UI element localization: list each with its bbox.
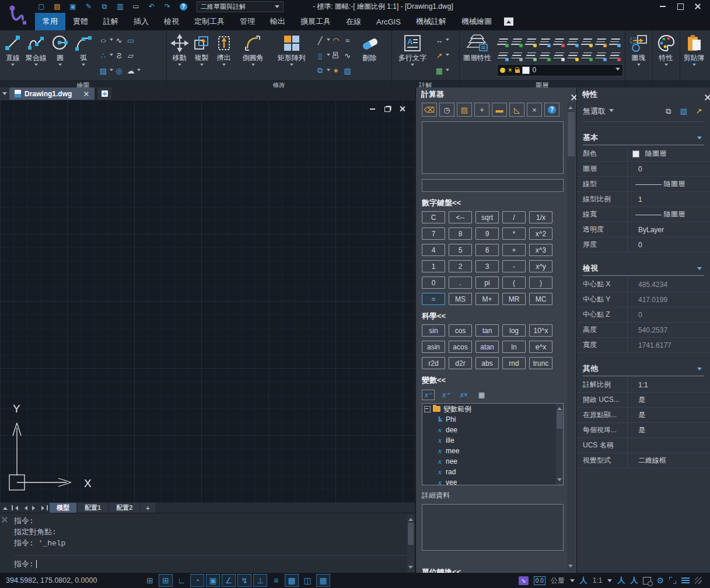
new-file-tab-button[interactable]: [97, 88, 111, 100]
boundary-icon[interactable]: ▱: [125, 50, 137, 61]
scientific-key[interactable]: sin: [422, 324, 445, 337]
scientific-key[interactable]: acos: [449, 341, 472, 353]
plot-copy-icon[interactable]: ⧉: [99, 2, 110, 11]
save-icon[interactable]: ▣: [68, 2, 78, 11]
erase-button[interactable]: 刪除: [358, 32, 382, 79]
scroll-up-icon[interactable]: [408, 516, 413, 521]
layer-tool-icon[interactable]: [524, 35, 538, 49]
property-value[interactable]: 0: [627, 162, 710, 176]
calculator-key[interactable]: -: [502, 260, 526, 272]
edit-polyline-icon[interactable]: ◠: [330, 34, 342, 46]
chevron-down-icon[interactable]: [607, 579, 612, 584]
toggle-pickadd-button[interactable]: ↗: [692, 106, 705, 117]
scroll-up-icon[interactable]: [568, 104, 573, 109]
redo-icon[interactable]: ↷: [162, 2, 173, 11]
tree-scrollbar[interactable]: [556, 404, 563, 485]
gradient-icon[interactable]: ▧: [342, 65, 354, 76]
ribbon-tab[interactable]: 機械註解: [408, 13, 454, 30]
layout-tab[interactable]: 配置2: [109, 503, 139, 513]
arc-button[interactable]: 弧: [72, 32, 95, 79]
layer-selector[interactable]: ☀ 0: [497, 64, 623, 76]
property-value[interactable]: ————隨圖層: [627, 207, 710, 222]
circle-button[interactable]: 圓: [48, 32, 72, 79]
scientific-key[interactable]: trunc: [529, 357, 552, 369]
calculator-key[interactable]: MR: [502, 293, 526, 305]
calculator-key[interactable]: 7: [422, 228, 445, 240]
layer-tool-icon[interactable]: [566, 49, 580, 63]
dropdown-arrow-icon[interactable]: [290, 64, 293, 68]
numpad-section-title[interactable]: 數字鍵盤<<: [422, 198, 564, 208]
history-icon[interactable]: ◷: [439, 103, 454, 117]
save-as-icon[interactable]: ✎: [83, 2, 94, 11]
calculator-key[interactable]: 5: [449, 244, 472, 256]
calculator-key[interactable]: ): [529, 276, 552, 289]
file-tab[interactable]: Drawing1.dwg: [9, 88, 95, 100]
fullscreen-icon[interactable]: [669, 577, 676, 584]
layer-tool-icon[interactable]: [594, 49, 608, 63]
ribbon-tab[interactable]: 機械繪圖: [454, 13, 499, 30]
calculator-history-box[interactable]: [422, 121, 564, 174]
dropdown-arrow-icon[interactable]: [222, 64, 226, 68]
property-value[interactable]: 1741.6177: [627, 338, 710, 352]
scientific-key[interactable]: r2d: [422, 357, 445, 369]
property-value[interactable]: ————隨圖層: [627, 177, 710, 191]
dropdown-arrow-icon[interactable]: [664, 64, 668, 68]
layout-tab[interactable]: 模型: [50, 503, 76, 513]
layout-tab[interactable]: 配置1: [78, 503, 108, 513]
command-input[interactable]: 指令:: [14, 559, 37, 569]
status-menu-icon[interactable]: [681, 578, 690, 583]
property-value[interactable]: ByLayer: [627, 222, 710, 237]
lineweight-toggle[interactable]: ≡: [269, 574, 283, 587]
edit-spline-icon[interactable]: ∿: [342, 50, 354, 61]
point-icon[interactable]: ∴: [97, 50, 109, 61]
dropdown-arrow-icon[interactable]: [446, 69, 449, 73]
ribbon-tab[interactable]: 輸出: [263, 13, 293, 30]
command-window[interactable]: 指令:指定對角點:指令: '_help 指令:: [0, 513, 415, 573]
stretch-button[interactable]: 擠出: [213, 32, 235, 79]
dynamic-ucs-toggle[interactable]: ⊥: [253, 574, 267, 587]
dropdown-arrow-icon[interactable]: [34, 64, 38, 68]
grid-display-toggle[interactable]: ⊞: [143, 574, 157, 587]
help-icon[interactable]: ?: [178, 2, 188, 11]
calculator-key[interactable]: +: [502, 244, 526, 256]
dropdown-arrow-icon[interactable]: [411, 64, 414, 68]
annotation-visibility-icon[interactable]: 人: [617, 575, 625, 586]
calculator-key[interactable]: M+: [475, 293, 499, 305]
new-variable-icon[interactable]: x⁺: [422, 390, 435, 400]
scientific-key[interactable]: cos: [449, 324, 472, 337]
variable-item[interactable]: x dee: [422, 425, 555, 435]
edit-variable-icon[interactable]: x⁺: [439, 390, 452, 400]
clear-expression-icon[interactable]: ×: [527, 103, 542, 117]
open-icon[interactable]: ▤: [52, 2, 62, 11]
hatch-icon[interactable]: ▨: [97, 65, 109, 76]
move-button[interactable]: 移動: [169, 32, 191, 79]
variables-tree[interactable]: 變數範例 k Phi x dee x ille x m: [422, 403, 564, 485]
file-tab-menu-button[interactable]: [0, 88, 9, 100]
ribbon-tab[interactable]: 實體: [65, 13, 96, 30]
layer-tool-icon[interactable]: [510, 49, 524, 63]
ribbon-tab[interactable]: 定制工具: [187, 13, 232, 30]
layer-tool-icon[interactable]: [552, 49, 566, 63]
property-value[interactable]: 417.0199: [627, 292, 710, 307]
scientific-key[interactable]: 10^x: [529, 324, 552, 337]
print-icon[interactable]: ▥: [115, 2, 125, 11]
expand-layouts-button[interactable]: [0, 503, 10, 513]
calculator-key[interactable]: 6: [475, 244, 499, 256]
annotation-scale-value[interactable]: 1:1: [593, 576, 603, 584]
dynamic-input-toggle[interactable]: ↯: [237, 574, 251, 587]
calculator-key[interactable]: /: [502, 211, 526, 223]
calculator-key[interactable]: x^y: [529, 260, 552, 272]
calculator-key[interactable]: (: [502, 276, 526, 289]
scientific-key[interactable]: tan: [475, 324, 499, 337]
add-layout-button[interactable]: +: [141, 503, 155, 513]
get-angle-icon[interactable]: ◺: [509, 103, 524, 117]
calculator-key[interactable]: 0: [422, 276, 445, 289]
layer-tool-icon[interactable]: [594, 35, 608, 49]
dropdown-arrow-icon[interactable]: [58, 64, 62, 68]
variable-item[interactable]: x mee: [422, 446, 555, 456]
calculator-key[interactable]: x^2: [529, 228, 552, 240]
ribbon-tab[interactable]: ArcGIS: [369, 13, 408, 30]
line-button[interactable]: 直線: [2, 32, 24, 79]
layer-tool-icon[interactable]: [580, 35, 594, 49]
calculator-key[interactable]: =: [422, 293, 445, 305]
